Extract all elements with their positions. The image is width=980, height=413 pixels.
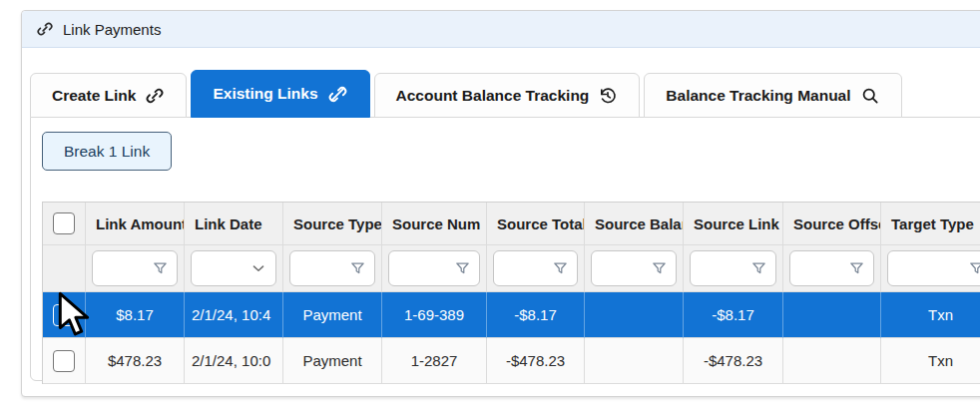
cell-link-amount[interactable]: $478.23 xyxy=(86,338,185,384)
cell-source-type[interactable]: Payment xyxy=(283,292,382,338)
cell-link-amount[interactable]: $8.17 xyxy=(86,292,185,338)
filter-input-source-num[interactable] xyxy=(388,250,480,286)
filter-funnel-icon[interactable] xyxy=(349,260,366,277)
cell-target-type[interactable]: Txn xyxy=(881,292,980,338)
cell-link-date[interactable]: 2/1/24, 10:4 xyxy=(185,292,283,338)
cell-target-type[interactable]: Txn xyxy=(881,338,980,384)
card-header: Link Payments xyxy=(22,11,980,48)
filter-funnel-icon[interactable] xyxy=(750,260,767,277)
filter-cell-empty xyxy=(43,245,86,292)
column-header-link-amount[interactable]: Link Amount xyxy=(86,203,185,245)
links-table: Link Amount Link Date Source Type Source… xyxy=(42,202,980,384)
tab-create-link[interactable]: Create Link xyxy=(30,73,187,118)
cell-source-total[interactable]: -$478.23 xyxy=(487,338,585,384)
break-link-button[interactable]: Break 1 Link xyxy=(42,132,172,171)
filter-funnel-icon[interactable] xyxy=(454,260,471,277)
filter-funnel-icon[interactable] xyxy=(152,260,169,277)
filter-funnel-icon[interactable] xyxy=(552,260,569,277)
cell-source-balance[interactable] xyxy=(585,292,684,338)
tab-label: Account Balance Tracking xyxy=(396,87,590,105)
column-header-source-link[interactable]: Source Link xyxy=(684,203,783,245)
search-icon xyxy=(860,86,880,106)
tab-label: Existing Links xyxy=(213,85,317,103)
link-payments-window: Link Payments Create Link Existing Links xyxy=(0,0,980,413)
cell-source-num[interactable]: 1-69-389 xyxy=(382,292,487,338)
filter-dropdown-link-date[interactable] xyxy=(191,250,276,286)
column-header-source-total[interactable]: Source Total xyxy=(487,203,585,245)
column-header-source-balance[interactable]: Source Balance xyxy=(585,203,684,245)
unlink-icon xyxy=(327,84,348,105)
cell-source-offset[interactable] xyxy=(783,338,881,384)
chevron-down-icon[interactable] xyxy=(249,259,267,277)
select-all-header-cell xyxy=(43,203,86,245)
page-title: Link Payments xyxy=(63,21,161,38)
cell-source-type[interactable]: Payment xyxy=(283,338,382,384)
filter-funnel-icon[interactable] xyxy=(651,260,668,277)
cell-source-total[interactable]: -$8.17 xyxy=(487,292,585,338)
cell-source-link[interactable]: -$8.17 xyxy=(684,292,783,338)
filter-input-source-link[interactable] xyxy=(690,250,776,286)
tab-existing-links[interactable]: Existing Links xyxy=(191,70,369,118)
filter-input-source-type[interactable] xyxy=(289,250,375,286)
tab-label: Create Link xyxy=(52,87,136,105)
row-checkbox-unchecked[interactable] xyxy=(53,350,75,372)
cell-link-date[interactable]: 2/1/24, 10:0 xyxy=(185,338,283,384)
column-header-source-type[interactable]: Source Type xyxy=(283,203,382,245)
filter-input-link-amount[interactable] xyxy=(92,250,178,286)
filter-input-source-balance[interactable] xyxy=(591,250,677,286)
table-row-2-checkbox-cell xyxy=(43,338,86,384)
link-icon xyxy=(36,20,54,38)
filter-input-source-total[interactable] xyxy=(493,250,578,286)
column-header-source-num[interactable]: Source Num xyxy=(382,203,487,245)
tab-panel: Break 1 Link Link Amount Link Date Sourc… xyxy=(30,117,980,381)
link-payments-card: Link Payments Create Link Existing Links xyxy=(21,10,980,397)
filter-input-source-offset[interactable] xyxy=(789,250,874,286)
column-header-target-type[interactable]: Target Type xyxy=(881,203,980,245)
check-icon xyxy=(57,307,72,322)
filter-input-target-type[interactable] xyxy=(887,250,980,286)
cell-source-link[interactable]: -$478.23 xyxy=(684,338,783,384)
tab-label: Balance Tracking Manual xyxy=(666,87,850,105)
filter-funnel-icon[interactable] xyxy=(968,260,980,277)
cell-source-balance[interactable] xyxy=(585,338,684,384)
table-row-1-checkbox-cell xyxy=(43,292,86,338)
filter-funnel-icon[interactable] xyxy=(848,260,865,277)
cell-source-offset[interactable] xyxy=(783,292,881,338)
row-checkbox-checked[interactable] xyxy=(53,304,75,326)
column-header-link-date[interactable]: Link Date xyxy=(185,203,283,245)
select-all-checkbox[interactable] xyxy=(53,212,75,234)
tab-bar: Create Link Existing Links Account Balan… xyxy=(30,70,902,118)
cell-source-num[interactable]: 1-2827 xyxy=(382,338,487,384)
tab-balance-tracking-manual[interactable]: Balance Tracking Manual xyxy=(644,73,901,118)
link-icon xyxy=(145,86,165,106)
history-icon xyxy=(598,86,618,106)
column-header-source-offset[interactable]: Source Offset xyxy=(783,203,881,245)
tab-account-balance-tracking[interactable]: Account Balance Tracking xyxy=(374,73,641,118)
